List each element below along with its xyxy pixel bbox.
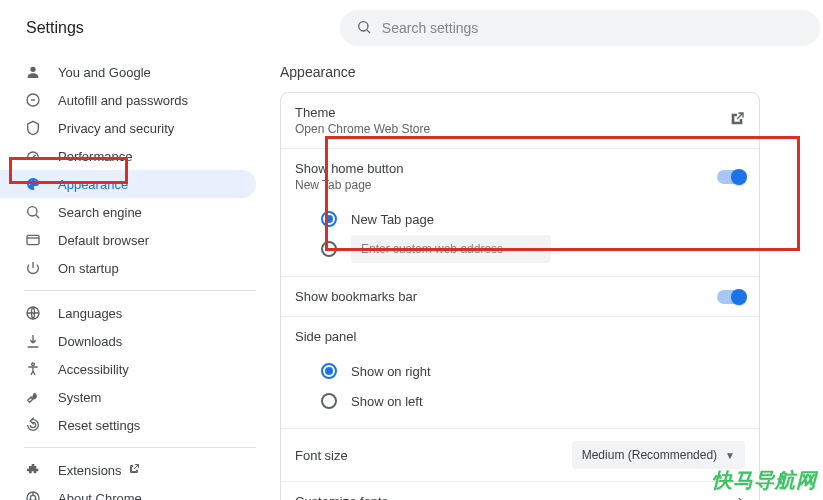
browser-icon (24, 232, 42, 248)
person-icon (24, 64, 42, 80)
svg-point-15 (30, 495, 35, 500)
theme-row[interactable]: Theme Open Chrome Web Store (281, 93, 759, 149)
side-panel-radio-group: Show on right Show on left (281, 350, 759, 429)
sidebar-item-accessibility[interactable]: Accessibility (0, 355, 256, 383)
svg-point-8 (28, 207, 37, 216)
sidebar-item-label: System (58, 390, 101, 405)
download-icon (24, 333, 42, 349)
bookmarks-toggle[interactable] (717, 290, 745, 304)
sidebar-item-extensions[interactable]: Extensions (0, 456, 256, 484)
sidebar-item-label: Performance (58, 149, 132, 164)
sidebar-item-languages[interactable]: Languages (0, 299, 256, 327)
home-button-row: Show home button New Tab page (281, 149, 759, 198)
radio-show-on-left[interactable] (321, 393, 337, 409)
search-settings-input[interactable] (382, 20, 804, 36)
sidebar-item-search-engine[interactable]: Search engine (0, 198, 256, 226)
customize-fonts-label: Customize fonts (295, 494, 388, 500)
svg-line-1 (367, 30, 370, 33)
theme-label: Theme (295, 105, 430, 120)
radio-label: Show on right (351, 364, 431, 379)
side-panel-label: Side panel (295, 329, 356, 344)
wrench-icon (24, 389, 42, 405)
sidebar-item-label: On startup (58, 261, 119, 276)
sidebar-item-label: Downloads (58, 334, 122, 349)
chevron-right-icon (735, 494, 745, 500)
appearance-card: Theme Open Chrome Web Store Show home bu… (280, 92, 760, 500)
power-icon (24, 260, 42, 276)
svg-rect-10 (27, 235, 39, 244)
sidebar-item-label: Extensions (58, 463, 122, 478)
customize-fonts-row[interactable]: Customize fonts (281, 482, 759, 500)
bookmarks-label: Show bookmarks bar (295, 289, 417, 304)
page-title: Settings (26, 19, 84, 37)
svg-line-9 (36, 215, 39, 218)
sidebar-item-privacy[interactable]: Privacy and security (0, 114, 256, 142)
sidebar-divider (24, 447, 256, 448)
shield-icon (24, 120, 42, 136)
svg-point-5 (29, 183, 31, 185)
radio-custom-address[interactable] (321, 241, 337, 257)
sidebar-item-downloads[interactable]: Downloads (0, 327, 256, 355)
accessibility-icon (24, 361, 42, 377)
sidebar-item-performance[interactable]: Performance (0, 142, 256, 170)
palette-icon (24, 176, 42, 192)
font-size-dropdown[interactable]: Medium (Recommended) ▼ (572, 441, 745, 469)
sidebar-item-autofill[interactable]: Autofill and passwords (0, 86, 256, 114)
open-in-new-icon (128, 463, 140, 478)
sidebar-item-on-startup[interactable]: On startup (0, 254, 256, 282)
font-size-value: Medium (Recommended) (582, 448, 717, 462)
speedometer-icon (24, 148, 42, 164)
chevron-down-icon: ▼ (725, 450, 735, 461)
theme-sublabel: Open Chrome Web Store (295, 122, 430, 136)
open-in-new-icon[interactable] (729, 111, 745, 130)
sidebar-item-label: About Chrome (58, 491, 142, 501)
sidebar: You and Google Autofill and passwords Pr… (0, 52, 280, 500)
home-button-label: Show home button (295, 161, 403, 176)
side-panel-row: Side panel (281, 317, 759, 350)
sidebar-item-default-browser[interactable]: Default browser (0, 226, 256, 254)
reset-icon (24, 417, 42, 433)
sidebar-item-label: Search engine (58, 205, 142, 220)
font-size-row[interactable]: Font size Medium (Recommended) ▼ (281, 429, 759, 482)
search-icon (24, 204, 42, 220)
search-icon (356, 19, 372, 38)
svg-point-7 (34, 181, 36, 183)
home-button-radio-group: New Tab page (281, 198, 759, 277)
sidebar-item-about-chrome[interactable]: About Chrome (0, 484, 256, 500)
bookmarks-row: Show bookmarks bar (281, 277, 759, 317)
globe-icon (24, 305, 42, 321)
sidebar-item-label: You and Google (58, 65, 151, 80)
radio-label: Show on left (351, 394, 423, 409)
sidebar-item-appearance[interactable]: Appearance (0, 170, 256, 198)
autofill-icon (24, 92, 42, 108)
home-button-toggle[interactable] (717, 170, 745, 184)
sidebar-divider (24, 290, 256, 291)
sidebar-item-system[interactable]: System (0, 383, 256, 411)
sidebar-item-label: Appearance (58, 177, 128, 192)
radio-show-on-right[interactable] (321, 363, 337, 379)
svg-point-2 (30, 67, 35, 72)
sidebar-item-label: Privacy and security (58, 121, 174, 136)
svg-point-13 (32, 363, 35, 366)
sidebar-item-label: Reset settings (58, 418, 140, 433)
sidebar-item-label: Autofill and passwords (58, 93, 188, 108)
search-settings-input-wrapper[interactable] (340, 10, 820, 46)
sidebar-item-you-and-google[interactable]: You and Google (0, 58, 256, 86)
svg-point-6 (31, 181, 33, 183)
section-title: Appearance (280, 64, 823, 80)
svg-line-4 (33, 155, 36, 158)
sidebar-item-label: Accessibility (58, 362, 129, 377)
svg-point-0 (358, 21, 367, 30)
sidebar-item-label: Default browser (58, 233, 149, 248)
font-size-label: Font size (295, 448, 348, 463)
extension-icon (24, 462, 42, 478)
chrome-icon (24, 490, 42, 500)
custom-address-input[interactable] (351, 235, 551, 263)
sidebar-item-reset[interactable]: Reset settings (0, 411, 256, 439)
radio-label: New Tab page (351, 212, 434, 227)
sidebar-item-label: Languages (58, 306, 122, 321)
home-button-sublabel: New Tab page (295, 178, 403, 192)
radio-new-tab-page[interactable] (321, 211, 337, 227)
watermark-text: 快马导航网 (712, 467, 817, 494)
